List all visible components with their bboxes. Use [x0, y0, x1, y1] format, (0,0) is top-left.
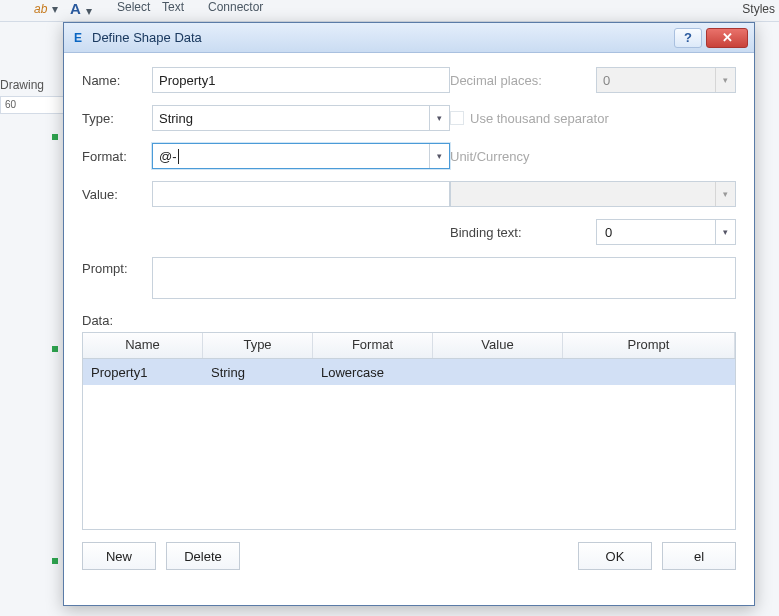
value-field[interactable] [152, 181, 450, 207]
prompt-label: Prompt: [82, 257, 152, 276]
grid-header: Name Type Format Value Prompt [83, 333, 735, 359]
help-button[interactable]: ? [674, 28, 702, 48]
data-grid[interactable]: Name Type Format Value Prompt Property1 … [82, 332, 736, 530]
col-value[interactable]: Value [433, 333, 563, 358]
format-combo[interactable]: @-▾ [152, 143, 450, 169]
col-format[interactable]: Format [313, 333, 433, 358]
cancel-button[interactable]: el [662, 542, 736, 570]
ribbon-styles: Styles [742, 2, 775, 16]
define-shape-data-dialog: E Define Shape Data ? ✕ Name: Property1 … [63, 22, 755, 606]
new-button[interactable]: New [82, 542, 156, 570]
help-icon: ? [684, 30, 692, 45]
thousand-sep-row: Use thousand separator [450, 111, 736, 126]
ribbon-ab: ab [34, 2, 47, 16]
selection-handle [52, 558, 58, 564]
cell-type: String [203, 365, 313, 380]
chevron-down-icon: ▾ [86, 4, 92, 18]
close-button[interactable]: ✕ [706, 28, 748, 48]
titlebar[interactable]: E Define Shape Data ? ✕ [64, 23, 754, 53]
app-icon: E [70, 30, 86, 46]
table-row[interactable]: Property1 String Lowercase [83, 359, 735, 385]
type-label: Type: [82, 111, 152, 126]
chevron-down-icon[interactable]: ▾ [429, 144, 449, 168]
thousand-sep-checkbox [450, 111, 464, 125]
dialog-title: Define Shape Data [92, 30, 670, 45]
chevron-down-icon: ▾ [715, 182, 735, 206]
chevron-down-icon: ▾ [52, 2, 58, 16]
col-type[interactable]: Type [203, 333, 313, 358]
col-name[interactable]: Name [83, 333, 203, 358]
chevron-down-icon[interactable]: ▾ [715, 220, 735, 244]
name-label: Name: [82, 73, 152, 88]
selection-handle [52, 134, 58, 140]
decimal-places-label: Decimal places: [450, 73, 596, 88]
close-icon: ✕ [722, 30, 733, 45]
chevron-down-icon[interactable]: ▾ [429, 106, 449, 130]
ruler: 60 [0, 96, 65, 114]
sidebar-tab[interactable]: Drawing [0, 78, 44, 92]
binding-text-label: Binding text: [450, 225, 596, 240]
ok-button[interactable]: OK [578, 542, 652, 570]
data-label: Data: [82, 313, 736, 328]
unit-currency-label: Unit/Currency [450, 149, 736, 164]
type-combo[interactable]: String▾ [152, 105, 450, 131]
text-cursor [178, 149, 179, 164]
unit-currency-field: ▾ [450, 181, 736, 207]
ribbon-select[interactable]: Select [117, 0, 150, 14]
chevron-down-icon: ▾ [715, 68, 735, 92]
selection-handle [52, 346, 58, 352]
name-field[interactable]: Property1 [152, 67, 450, 93]
decimal-places-field: 0▾ [596, 67, 736, 93]
cell-name: Property1 [83, 365, 203, 380]
cell-format: Lowercase [313, 365, 433, 380]
prompt-field[interactable] [152, 257, 736, 299]
col-prompt[interactable]: Prompt [563, 333, 735, 358]
delete-button[interactable]: Delete [166, 542, 240, 570]
button-row: New Delete OK el [82, 542, 736, 570]
ribbon-connector[interactable]: Connector [208, 0, 263, 14]
value-label: Value: [82, 187, 152, 202]
thousand-sep-label: Use thousand separator [470, 111, 609, 126]
ribbon-text[interactable]: Text [162, 0, 184, 14]
format-label: Format: [82, 149, 152, 164]
binding-text-field[interactable]: 0▾ [596, 219, 736, 245]
font-color-icon: A [70, 0, 81, 17]
ribbon-fragment: ab ▾ A ▾ Select Text Connector [0, 0, 779, 22]
